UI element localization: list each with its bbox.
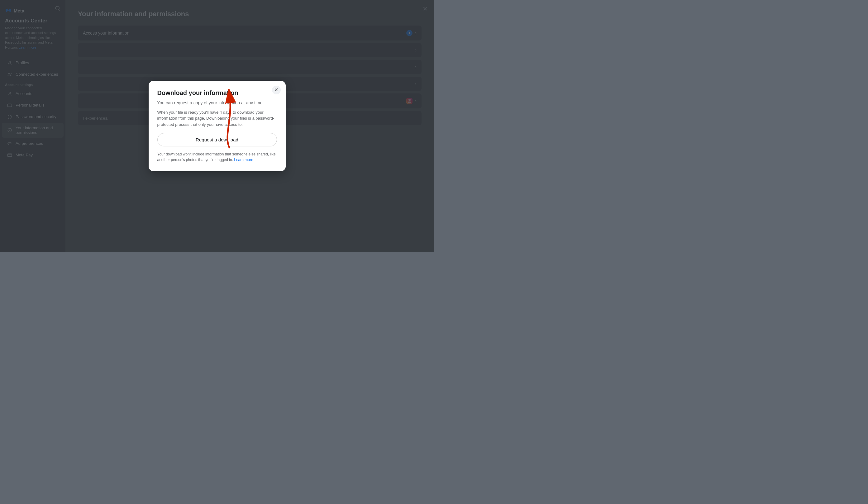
modal-subtitle: You can request a copy of your informati… <box>157 100 277 106</box>
modal-title: Download your information <box>157 90 277 96</box>
download-info-modal: ✕ Download your information You can requ… <box>148 81 286 172</box>
modal-close-button[interactable]: ✕ <box>272 86 281 94</box>
modal-footer: Your download won't include information … <box>157 151 277 162</box>
modal-footer-link[interactable]: Learn more <box>234 158 253 162</box>
modal-overlay[interactable]: ✕ Download your information You can requ… <box>0 0 434 252</box>
request-download-button[interactable]: Request a download <box>157 133 277 146</box>
modal-body: When your file is ready you'll have 4 da… <box>157 109 277 128</box>
